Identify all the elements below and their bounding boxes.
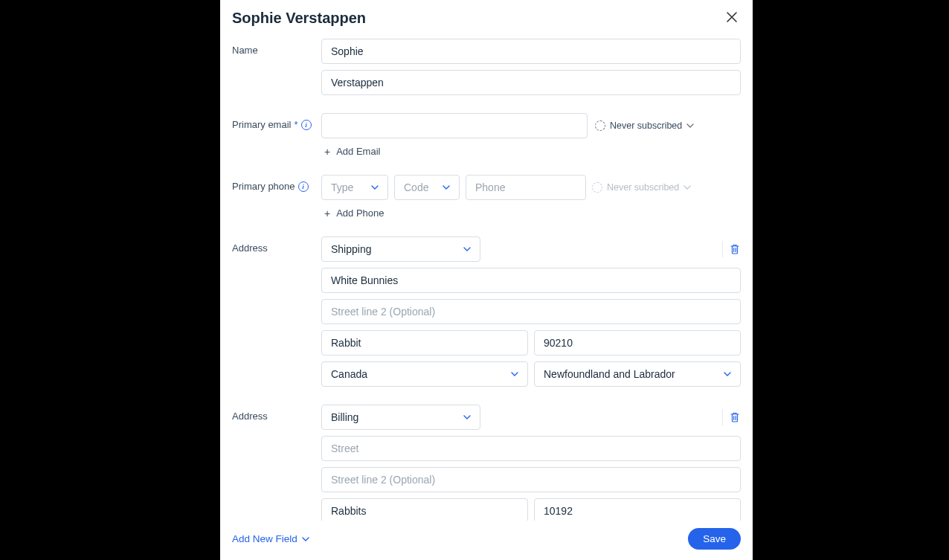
plus-icon: +: [324, 208, 330, 219]
modal-body: Name Primary email * i Never subscribed: [220, 33, 753, 521]
plus-icon: +: [324, 147, 330, 157]
info-icon[interactable]: i: [298, 181, 309, 192]
info-icon[interactable]: i: [301, 120, 312, 130]
name-fields: [321, 39, 741, 95]
delete-address-button[interactable]: [729, 243, 741, 255]
chevron-down-icon: [511, 370, 518, 378]
email-input[interactable]: [321, 113, 588, 138]
close-icon: [726, 11, 738, 23]
street2-input[interactable]: [321, 467, 741, 492]
phone-number-input[interactable]: [466, 175, 586, 200]
phone-label: Primary phone i: [232, 175, 321, 192]
zip-input[interactable]: [534, 498, 741, 521]
region-select[interactable]: Newfoundland and Labrador: [534, 361, 741, 387]
add-email-button[interactable]: + Add Email: [321, 146, 741, 157]
address-fields: Shipping Canada: [321, 236, 741, 387]
modal-title: Sophie Verstappen: [232, 10, 366, 27]
required-asterisk: *: [294, 119, 297, 130]
modal-header: Sophie Verstappen: [220, 0, 753, 33]
phone-type-select[interactable]: Type: [321, 175, 388, 200]
email-row: Primary email * i Never subscribed + Add…: [232, 113, 741, 157]
address-type-select[interactable]: Billing: [321, 405, 480, 430]
address-row: Address Billing: [232, 405, 741, 521]
chevron-down-icon: [686, 122, 694, 129]
address-label: Address: [232, 236, 321, 254]
add-new-field-button[interactable]: Add New Field: [232, 533, 309, 544]
trash-icon: [729, 411, 741, 423]
save-button[interactable]: Save: [688, 528, 741, 550]
chevron-down-icon: [724, 370, 731, 378]
street1-input[interactable]: [321, 268, 741, 293]
city-input[interactable]: [321, 330, 528, 355]
chevron-down-icon: [371, 184, 379, 191]
phone-code-select[interactable]: Code: [394, 175, 460, 200]
modal-footer: Add New Field Save: [220, 521, 753, 560]
chevron-down-icon: [443, 184, 450, 191]
first-name-input[interactable]: [321, 39, 741, 64]
address-fields: Billing United State: [321, 405, 741, 521]
address-type-select[interactable]: Shipping: [321, 236, 480, 262]
email-subscription-status[interactable]: Never subscribed: [595, 120, 694, 131]
phone-fields: Type Code Never subscribed +: [321, 175, 741, 219]
city-input[interactable]: [321, 498, 528, 521]
chevron-down-icon: [463, 245, 471, 253]
name-label: Name: [232, 39, 321, 56]
chevron-down-icon: [463, 413, 471, 421]
divider: [722, 241, 723, 257]
dashed-circle-icon: [595, 120, 605, 131]
trash-icon: [729, 243, 741, 255]
contact-edit-modal: Sophie Verstappen Name Primary email * i: [220, 0, 753, 560]
chevron-down-icon: [683, 184, 691, 191]
add-phone-button[interactable]: + Add Phone: [321, 207, 741, 219]
street2-input[interactable]: [321, 299, 741, 324]
divider: [722, 409, 723, 425]
email-fields: Never subscribed + Add Email: [321, 113, 741, 157]
country-select[interactable]: Canada: [321, 361, 528, 387]
address-row: Address Shipping: [232, 236, 741, 387]
zip-input[interactable]: [534, 330, 741, 355]
last-name-input[interactable]: [321, 70, 741, 95]
phone-subscription-status: Never subscribed: [592, 182, 691, 193]
phone-row: Primary phone i Type Code Ne: [232, 175, 741, 219]
dashed-circle-icon: [592, 182, 602, 193]
address-label: Address: [232, 405, 321, 422]
street1-input[interactable]: [321, 436, 741, 461]
name-row: Name: [232, 39, 741, 95]
close-button[interactable]: [723, 7, 741, 28]
delete-address-button[interactable]: [729, 411, 741, 423]
email-label: Primary email * i: [232, 113, 321, 130]
chevron-down-icon: [302, 535, 309, 543]
